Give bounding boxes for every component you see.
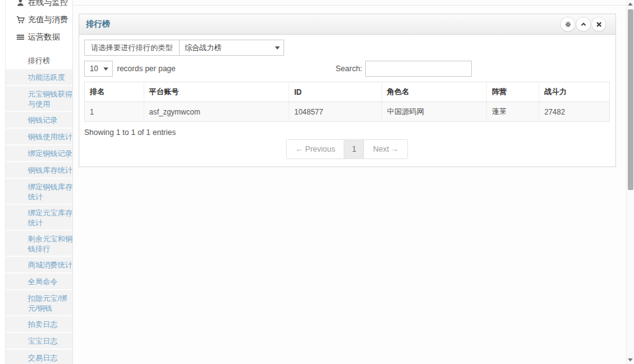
cell-power: 27482 xyxy=(539,102,610,122)
table-row[interactable]: 1 asf_zgymwcom 1048577 中国源码网 蓬莱 27482 xyxy=(85,102,610,122)
sidebar-item-yuanbao-gain[interactable]: 元宝铜钱获得与使用 xyxy=(6,86,72,112)
cell-character: 中国源码网 xyxy=(381,102,486,122)
filter-row: 请选择要进行排行的类型 综合战力榜 xyxy=(84,40,610,56)
caret-down-icon xyxy=(103,67,108,71)
sidebar-submenu: 排行榜 功能活跃度 元宝铜钱获得与使用 铜钱记录 铜钱使用统计 绑定铜钱记录 铜… xyxy=(6,53,72,364)
pagination: ← Previous 1 Next → xyxy=(286,139,408,159)
cell-account: asf_zgymwcom xyxy=(144,102,289,122)
sidebar-item-bound-coin-log[interactable]: 绑定铜钱记录 xyxy=(6,145,72,162)
sidebar-item-global-command[interactable]: 全局命令 xyxy=(6,274,72,290)
sidebar-item-coin-stock[interactable]: 铜钱库存统计 xyxy=(6,162,72,179)
search-control: Search: xyxy=(336,61,472,77)
content-divider xyxy=(74,5,626,6)
cell-rank: 1 xyxy=(85,102,144,122)
sidebar-item-bound-yuanbao-stock[interactable]: 绑定元宝库存统计 xyxy=(6,205,72,231)
main-content: 排行榜 xyxy=(74,0,626,364)
user-icon xyxy=(16,0,25,7)
ranking-table: 排名 平台账号 ID 角色名 阵营 战斗力 1 asf_zgymwcom 104 xyxy=(84,82,610,122)
gear-button[interactable] xyxy=(561,17,575,31)
panel-body: 请选择要进行排行的类型 综合战力榜 10 records per page xyxy=(79,35,615,167)
rank-type-value: 综合战力榜 xyxy=(185,43,222,53)
pagination-row: ← Previous 1 Next → xyxy=(84,139,610,162)
sidebar-item-mall-stats[interactable]: 商城消费统计 xyxy=(6,257,72,274)
panel-title: 排行榜 xyxy=(86,19,110,30)
panel-tools xyxy=(561,17,606,31)
column-header-account[interactable]: 平台账号 xyxy=(144,82,289,102)
sidebar-item-deduct[interactable]: 扣除元宝/绑元/铜钱 xyxy=(6,290,72,316)
column-header-character[interactable]: 角色名 xyxy=(381,82,486,102)
page-length-label: records per page xyxy=(117,64,176,73)
column-header-id[interactable]: ID xyxy=(289,82,382,102)
rank-type-select[interactable]: 综合战力榜 xyxy=(179,40,284,56)
table-header-row: 排名 平台账号 ID 角色名 阵营 战斗力 xyxy=(85,82,610,102)
sidebar-item-label: 在线与监控 xyxy=(28,0,68,8)
sidebar-item-online[interactable]: 在线与监控 xyxy=(6,0,72,11)
panel-header: 排行榜 xyxy=(79,14,615,35)
list-icon xyxy=(16,33,25,41)
admin-dashboard: 在线与监控 充值与消费 运营数据 排行榜 功能活跃度 元宝铜钱获得与使用 铜钱记… xyxy=(0,0,634,364)
scroll-down-icon[interactable] xyxy=(628,358,633,362)
sidebar: 在线与监控 充值与消费 运营数据 排行榜 功能活跃度 元宝铜钱获得与使用 铜钱记… xyxy=(5,0,73,364)
sidebar-item-label: 运营数据 xyxy=(28,32,60,43)
scrollbar-thumb[interactable] xyxy=(628,9,633,190)
gear-icon xyxy=(565,21,571,28)
next-page-button[interactable]: Next → xyxy=(364,140,407,158)
table-info: Showing 1 to 1 of 1 entries xyxy=(84,128,610,137)
sidebar-item-recharge[interactable]: 充值与消费 xyxy=(6,11,72,28)
search-input[interactable] xyxy=(365,61,472,77)
page-length-select[interactable]: 10 xyxy=(84,61,113,77)
close-button[interactable] xyxy=(592,17,606,31)
collapse-button[interactable] xyxy=(576,17,590,31)
scroll-up-icon[interactable] xyxy=(628,2,633,6)
column-header-rank[interactable]: 排名 xyxy=(85,82,144,102)
filter-label: 请选择要进行排行的类型 xyxy=(84,40,179,56)
ranking-panel: 排行榜 xyxy=(79,14,616,167)
caret-down-icon xyxy=(275,46,280,50)
sidebar-item-remaining-rank[interactable]: 剩余元宝和铜钱排行 xyxy=(6,231,72,257)
previous-page-button[interactable]: ← Previous xyxy=(287,140,344,158)
sidebar-item-coin-log[interactable]: 铜钱记录 xyxy=(6,112,72,129)
cell-id: 1048577 xyxy=(289,102,382,122)
sidebar-item-trade-log[interactable]: 交易日志 xyxy=(6,350,72,364)
collapse-icon xyxy=(580,21,587,28)
sidebar-item-label: 充值与消费 xyxy=(28,14,68,25)
column-header-faction[interactable]: 阵营 xyxy=(487,82,539,102)
current-page-button[interactable]: 1 xyxy=(344,140,364,158)
table-controls-row: 10 records per page Search: xyxy=(84,61,610,77)
sidebar-item-bound-coin-stock[interactable]: 绑定铜钱库存统计 xyxy=(6,179,72,205)
vertical-scrollbar[interactable] xyxy=(626,0,634,364)
close-icon xyxy=(596,21,602,28)
sidebar-item-activity[interactable]: 功能活跃度 xyxy=(6,69,72,86)
sidebar-item-operations[interactable]: 运营数据 xyxy=(6,28,72,46)
page-length-value: 10 xyxy=(90,64,98,73)
sidebar-item-coin-usage[interactable]: 铜钱使用统计 xyxy=(6,129,72,145)
sidebar-item-pet-log[interactable]: 宝宝日志 xyxy=(6,333,72,350)
cell-faction: 蓬莱 xyxy=(487,102,539,122)
search-label: Search: xyxy=(336,64,362,73)
cart-icon xyxy=(16,15,25,24)
sidebar-item-auction-log[interactable]: 拍卖日志 xyxy=(6,316,72,333)
sidebar-item-ranking[interactable]: 排行榜 xyxy=(6,53,72,69)
column-header-power[interactable]: 战斗力 xyxy=(539,82,610,102)
